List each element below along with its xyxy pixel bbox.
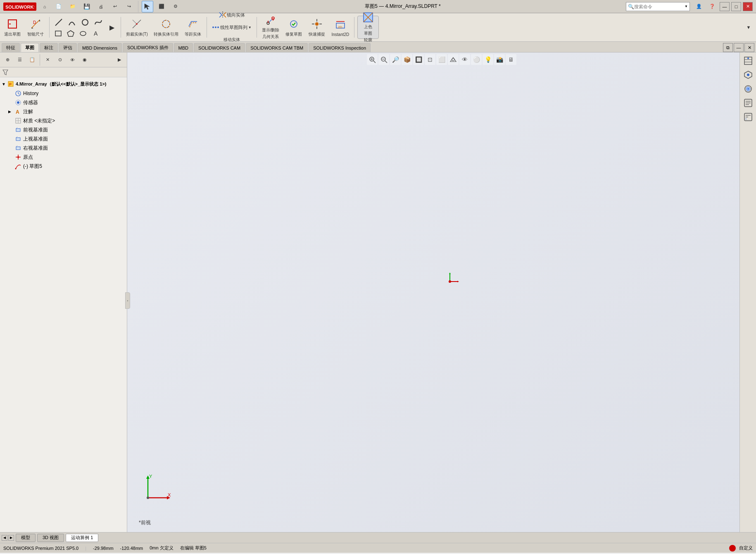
color-sketch-btn[interactable]: 上色 草图 轮廓 — [357, 16, 379, 39]
settings-btn[interactable]: ⚙ — [170, 1, 181, 12]
save-btn[interactable]: 💾 — [81, 1, 93, 12]
tab-sw-inspection[interactable]: SOLIDWORKS Inspection — [309, 43, 371, 52]
line-tool-btn[interactable] — [52, 17, 65, 28]
print-btn[interactable]: 🖨 — [95, 1, 107, 12]
tab-mbd[interactable]: MBD — [174, 43, 193, 52]
viewport[interactable]: 🔎 📦 🔲 ⊡ ⬜ 👁 ⚪ 💡 📸 🖥 — [127, 53, 756, 532]
circle-tool-btn[interactable] — [79, 17, 91, 28]
search-bar[interactable]: 🔍 ▼ — [626, 2, 690, 11]
open-btn[interactable]: 📁 — [67, 1, 78, 12]
arc-tool-btn[interactable] — [66, 17, 78, 28]
zoom-in-btn[interactable] — [378, 54, 389, 65]
3d-content-central-btn[interactable] — [742, 68, 755, 81]
display-style-btn[interactable] — [448, 54, 459, 65]
instant2d-btn[interactable]: 2D Instant2D — [329, 16, 351, 39]
center-view-btn[interactable]: ✕ — [42, 54, 53, 66]
close-btn[interactable]: ✕ — [743, 2, 753, 11]
smart-dimension-btn[interactable]: D 智能尺寸 — [25, 16, 46, 39]
tree-root[interactable]: ▼ P 4.Mirror_Array（默认<<默认>_显示状态 1>) — [0, 79, 127, 89]
offset-entities-btn[interactable]: 等距实体 — [182, 16, 204, 39]
convert-entities-btn[interactable]: 转换实体引用 — [152, 16, 181, 39]
tab-nav-left[interactable]: ◀ — [2, 535, 7, 541]
tree-item-sensors[interactable]: 传感器 — [0, 98, 127, 107]
section-view-btn[interactable]: ⊡ — [425, 54, 435, 65]
fit-tree-btn[interactable]: ⊙ — [54, 54, 66, 66]
tree-item-sketch5[interactable]: (-) 草图5 — [0, 162, 127, 171]
spline-tool-btn[interactable] — [92, 17, 105, 28]
exit-sketch-btn[interactable]: 退出草图 — [2, 16, 23, 39]
home-btn[interactable]: ⌂ — [39, 1, 50, 12]
document-info-btn[interactable]: i — [742, 110, 755, 124]
component-toggle-btn[interactable]: ◉ — [79, 54, 90, 66]
tree-item-front-plane[interactable]: 前视基准面 — [0, 125, 127, 134]
search-input[interactable] — [634, 4, 684, 9]
tab-nav-right[interactable]: ▶ — [8, 535, 14, 541]
view-cube-btn[interactable]: ⬜ — [436, 54, 447, 65]
view-orient2-btn[interactable]: 🔲 — [413, 54, 424, 65]
linear-pattern-btn[interactable]: 线性草图阵列 ▼ — [210, 21, 254, 33]
tab-sw-plugins[interactable]: SOLIDWORKS 插件 — [123, 43, 173, 52]
left-panel-collapse-btn[interactable]: ◦ — [125, 292, 130, 309]
tab-evaluate[interactable]: 评估 — [59, 43, 77, 52]
tab-mbd-dimensions[interactable]: MBD Dimensions — [78, 43, 122, 52]
repair-sketch-btn[interactable]: 修复草图 — [283, 16, 304, 39]
minimize-btn[interactable]: — — [720, 2, 730, 11]
redo-btn[interactable]: ↪ — [123, 1, 135, 12]
annotations-expand[interactable]: ▶ — [8, 110, 13, 114]
hide-show-btn2[interactable]: 👁 — [459, 54, 470, 65]
origin-label: 原点 — [23, 154, 33, 161]
mirror-entities-btn[interactable]: 镜向实体 — [210, 9, 254, 21]
tab-markup[interactable]: 标注 — [40, 43, 58, 52]
panel-restore-btn[interactable]: ⧉ — [723, 43, 733, 52]
panel-close-btn[interactable]: ✕ — [744, 43, 754, 52]
tree-item-material[interactable]: 材质 <未指定> — [0, 116, 127, 125]
select-tool[interactable]: ⬛ — [156, 1, 167, 12]
point-tool-btn[interactable]: A — [90, 29, 101, 38]
feature-filter-btn[interactable]: ⊕ — [2, 54, 13, 66]
help-icon[interactable]: ❓ — [706, 1, 718, 12]
status-customize[interactable]: 自定义 — [739, 545, 753, 551]
list-view-btn[interactable]: ☰ — [14, 54, 26, 66]
trim-entities-btn[interactable]: 剪裁实体(T) — [124, 16, 150, 39]
rect-tool-btn[interactable] — [52, 29, 64, 38]
maximize-btn[interactable]: □ — [731, 2, 741, 11]
view-settings-btn[interactable]: 📸 — [494, 54, 505, 65]
left-panel-toolbar: ⊕ ☰ 📋 ✕ ⊙ 👁 ◉ ▶ — [0, 53, 127, 67]
arrow-tool[interactable] — [142, 1, 153, 12]
more-tree-btn[interactable]: ▶ — [114, 54, 125, 66]
tree-item-history[interactable]: History — [0, 89, 127, 98]
bottom-tab-motion[interactable]: 运动算例 1 — [66, 534, 98, 542]
appearance-btn[interactable]: ⚪ — [471, 54, 482, 65]
tab-features[interactable]: 特征 — [2, 43, 20, 52]
panel-minimize-btn[interactable]: — — [734, 43, 744, 52]
custom-properties-btn[interactable] — [742, 96, 755, 110]
new-viewport-btn[interactable]: 🖥 — [506, 54, 516, 65]
apply-scene-btn[interactable]: 💡 — [483, 54, 493, 65]
view-orient-btn[interactable]: 📦 — [402, 54, 412, 65]
toolbar-expand-btn[interactable]: ▼ — [743, 21, 754, 33]
tab-sw-cam-tbm[interactable]: SOLIDWORKS CAM TBM — [246, 43, 308, 52]
details-view-btn[interactable]: 📋 — [26, 54, 38, 66]
display-relations-btn[interactable]: 显示/删除 几何关系 — [260, 16, 282, 39]
zoom-to-fit-btn[interactable] — [367, 54, 378, 65]
new-btn[interactable]: 📄 — [53, 1, 64, 12]
quick-snap-btn[interactable]: 快速捕捉 — [306, 16, 328, 39]
user-icon[interactable]: 👤 — [693, 1, 705, 12]
tree-item-right-plane[interactable]: 右视基准面 — [0, 143, 127, 153]
tab-sketch[interactable]: 草图 — [21, 43, 39, 52]
tree-item-top-plane[interactable]: 上视基准面 — [0, 134, 127, 143]
tree-item-origin[interactable]: 原点 — [0, 153, 127, 162]
polygon-tool-btn[interactable] — [65, 29, 76, 38]
ellipse-tool-btn[interactable] — [77, 29, 89, 38]
zoom-out-btn[interactable]: 🔎 — [390, 54, 401, 65]
tree-item-annotations[interactable]: ▶ A 注解 — [0, 107, 127, 116]
search-dropdown-icon[interactable]: ▼ — [685, 5, 688, 8]
more-sketch-btn[interactable]: ▶ — [106, 16, 118, 39]
bottom-tab-3dview[interactable]: 3D 视图 — [37, 534, 64, 542]
undo-btn[interactable]: ↩ — [109, 1, 121, 12]
tab-sw-cam[interactable]: SOLIDWORKS CAM — [194, 43, 245, 52]
hide-show-btn[interactable]: 👁 — [67, 54, 78, 66]
linear-array-dropdown[interactable]: ▼ — [248, 26, 252, 29]
bottom-tab-model[interactable]: 模型 — [16, 534, 36, 542]
appearances-btn2[interactable] — [742, 82, 755, 96]
